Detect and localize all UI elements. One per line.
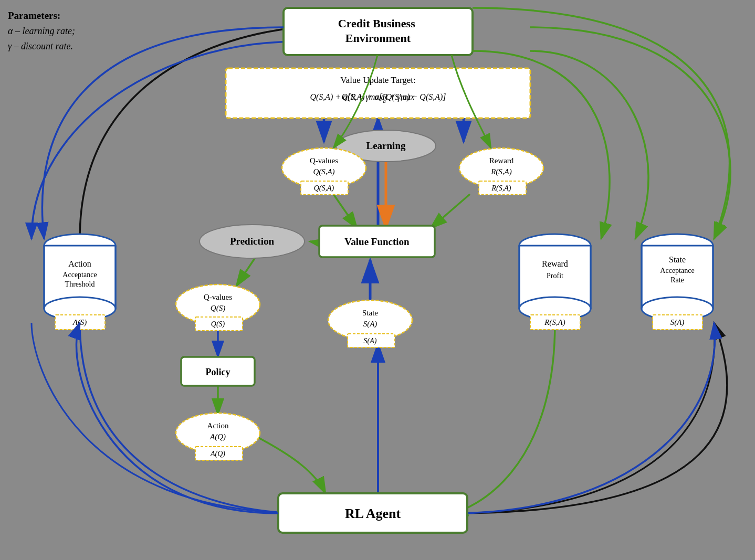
svg-text:Reward: Reward: [489, 156, 514, 165]
svg-text:Policy: Policy: [206, 367, 230, 377]
svg-text:Value Function: Value Function: [344, 236, 410, 247]
svg-text:Q-values: Q-values: [310, 156, 338, 165]
svg-text:State: State: [362, 309, 378, 317]
svg-text:R(S,A): R(S,A): [490, 167, 512, 176]
svg-text:Value Update Target:: Value Update Target:: [340, 75, 416, 85]
svg-text:Reward: Reward: [542, 259, 568, 268]
svg-text:S(A): S(A): [363, 320, 377, 329]
svg-text:Acceptance: Acceptance: [660, 267, 694, 274]
svg-text:Profit: Profit: [547, 272, 563, 280]
diagram-container: Parameters: α – learning rate; γ – disco…: [0, 0, 755, 560]
svg-text:R(S,A): R(S,A): [491, 184, 511, 193]
svg-text:Q(S): Q(S): [211, 320, 225, 329]
svg-text:Acceptance: Acceptance: [62, 271, 97, 279]
svg-text:Action: Action: [207, 421, 229, 430]
svg-text:A(Q): A(Q): [209, 432, 226, 441]
svg-text:Q(S,A): Q(S,A): [313, 167, 334, 176]
svg-line-15: [333, 194, 357, 228]
svg-text:Q(S,A): Q(S,A): [314, 184, 334, 193]
svg-text:Learning: Learning: [366, 140, 406, 151]
svg-text:S(A): S(A): [670, 318, 685, 327]
main-diagram-svg: Credit Business Environment Value Update…: [0, 0, 755, 560]
svg-line-14: [431, 194, 470, 228]
svg-text:Q-values: Q-values: [204, 293, 232, 301]
svg-text:Prediction: Prediction: [230, 236, 275, 247]
svg-text:Threshold: Threshold: [65, 280, 95, 288]
svg-text:A(Q): A(Q): [210, 450, 225, 458]
svg-line-16: [236, 255, 257, 286]
svg-text:S(A): S(A): [364, 337, 377, 345]
svg-text:Action: Action: [68, 259, 91, 268]
svg-text:R(S,A): R(S,A): [544, 318, 565, 327]
svg-text:RL Agent: RL Agent: [345, 506, 401, 521]
svg-text:Q(S): Q(S): [211, 304, 225, 313]
svg-text:State: State: [669, 255, 686, 264]
svg-text:Rate: Rate: [670, 276, 684, 284]
